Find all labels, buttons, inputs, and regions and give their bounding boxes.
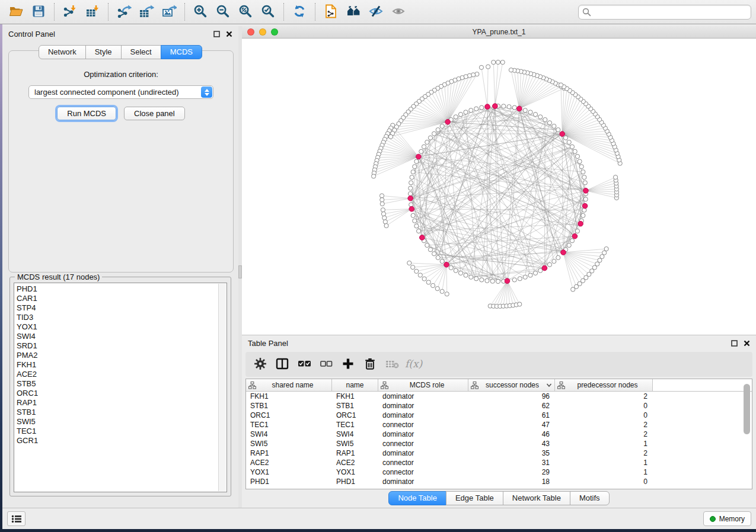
result-list-item[interactable]: GCR1 (17, 436, 227, 446)
table-tab-edge-table[interactable]: Edge Table (446, 491, 503, 505)
result-list-item[interactable]: YOX1 (17, 322, 227, 332)
table-scrollbar[interactable] (744, 384, 751, 484)
cell-successor-nodes[interactable]: 43 (468, 440, 555, 448)
criterion-select[interactable]: largest connected component (undirected) (28, 85, 213, 99)
cell-name[interactable]: TEC1 (332, 421, 378, 429)
result-list-item[interactable]: STB1 (17, 408, 227, 417)
memory-button[interactable]: Memory (703, 511, 751, 526)
cell-MCDS-role[interactable]: dominator (378, 411, 468, 419)
cell-shared-name[interactable]: YOX1 (246, 468, 332, 476)
cell-shared-name[interactable]: SWI4 (246, 430, 332, 438)
result-list-item[interactable]: TEC1 (17, 427, 227, 436)
network-canvas[interactable] (242, 39, 756, 334)
table-tab-node-table[interactable]: Node Table (388, 491, 446, 505)
close-panel-icon[interactable] (226, 31, 232, 37)
zoom-out-button[interactable] (212, 2, 234, 22)
cell-name[interactable]: RAP1 (332, 449, 378, 457)
table-row[interactable]: STB1STB1dominator620 (246, 401, 752, 411)
cell-name[interactable]: YOX1 (332, 468, 378, 476)
cell-shared-name[interactable]: PHD1 (246, 477, 332, 486)
cell-MCDS-role[interactable]: dominator (378, 477, 468, 486)
cell-MCDS-role[interactable]: dominator (378, 392, 468, 400)
import-network-button[interactable] (59, 2, 81, 22)
result-list-scrollbar[interactable] (218, 284, 226, 491)
table-row[interactable]: ACE2ACE2connector311 (246, 458, 752, 467)
cell-name[interactable]: ORC1 (332, 411, 378, 419)
cell-successor-nodes[interactable]: 18 (468, 477, 555, 486)
tab-select[interactable]: Select (121, 45, 161, 59)
cell-MCDS-role[interactable]: dominator (378, 449, 468, 457)
result-list-item[interactable]: ORC1 (17, 389, 227, 398)
cell-predecessor-nodes[interactable]: 1 (555, 440, 653, 448)
column-header-name[interactable]: name (332, 379, 378, 391)
cell-MCDS-role[interactable]: connector (378, 440, 468, 448)
cell-name[interactable]: STB1 (332, 402, 378, 410)
tab-network[interactable]: Network (39, 45, 86, 59)
run-mcds-button[interactable]: Run MCDS (57, 107, 116, 120)
delete-column-button[interactable] (361, 355, 379, 374)
cell-successor-nodes[interactable]: 31 (468, 459, 555, 467)
cell-shared-name[interactable]: SWI5 (246, 440, 332, 448)
result-list-item[interactable]: PHD1 (17, 284, 227, 294)
column-header-successor-nodes[interactable]: successor nodes (468, 379, 555, 391)
cell-successor-nodes[interactable]: 62 (468, 402, 555, 410)
cell-MCDS-role[interactable]: connector (378, 421, 468, 429)
cell-predecessor-nodes[interactable]: 1 (555, 468, 653, 476)
table-row[interactable]: TEC1TEC1connector472 (246, 420, 752, 430)
zoom-fit-button[interactable] (234, 2, 257, 22)
result-list-item[interactable]: CAR1 (17, 294, 227, 303)
cell-shared-name[interactable]: TEC1 (246, 421, 332, 429)
import-table-button[interactable] (81, 2, 104, 22)
table-tab-motifs[interactable]: Motifs (570, 491, 610, 505)
cell-name[interactable]: PHD1 (332, 477, 378, 486)
cell-predecessor-nodes[interactable]: 0 (555, 477, 653, 486)
cell-predecessor-nodes[interactable]: 1 (555, 459, 653, 467)
cell-predecessor-nodes[interactable]: 2 (555, 449, 653, 457)
add-column-button[interactable] (339, 355, 357, 374)
hide-selected-button[interactable] (365, 2, 387, 22)
unselect-all-button[interactable] (317, 355, 335, 374)
cell-name[interactable]: SWI4 (332, 430, 378, 438)
cell-shared-name[interactable]: ACE2 (246, 459, 332, 467)
zoom-selected-button[interactable] (257, 2, 279, 22)
table-row[interactable]: FKH1FKH1dominator962 (246, 392, 752, 401)
refresh-button[interactable] (288, 2, 311, 22)
column-header-predecessor-nodes[interactable]: predecessor nodes (555, 379, 653, 391)
table-row[interactable]: SWI5SWI5connector431 (246, 439, 752, 448)
cell-name[interactable]: FKH1 (332, 392, 378, 400)
tab-style[interactable]: Style (85, 45, 122, 59)
column-header-MCDS-role[interactable]: MCDS role (378, 379, 468, 391)
open-file-button[interactable] (5, 2, 27, 22)
float-table-panel-icon[interactable] (731, 340, 738, 347)
export-table-button[interactable] (135, 2, 158, 22)
cell-successor-nodes[interactable]: 61 (468, 411, 555, 419)
table-row[interactable]: PHD1PHD1dominator180 (246, 477, 752, 486)
cell-MCDS-role[interactable]: connector (378, 468, 468, 476)
result-list-item[interactable]: FKH1 (17, 360, 227, 370)
export-web-button[interactable] (320, 2, 342, 22)
cell-MCDS-role[interactable]: dominator (378, 430, 468, 438)
cell-MCDS-role[interactable]: dominator (378, 402, 468, 410)
table-row[interactable]: SWI4SWI4dominator462 (246, 430, 752, 439)
cell-shared-name[interactable]: RAP1 (246, 449, 332, 457)
float-panel-icon[interactable] (213, 31, 220, 37)
cell-shared-name[interactable]: STB1 (246, 402, 332, 410)
select-all-button[interactable] (295, 355, 313, 374)
cell-predecessor-nodes[interactable]: 0 (555, 402, 653, 410)
cell-successor-nodes[interactable]: 29 (468, 468, 555, 476)
result-list-item[interactable]: ACE2 (17, 370, 227, 379)
table-row[interactable]: RAP1RAP1dominator352 (246, 448, 752, 458)
sort-chevron-icon[interactable] (546, 383, 552, 387)
save-session-button[interactable] (27, 2, 50, 22)
cell-predecessor-nodes[interactable]: 2 (555, 392, 653, 400)
cell-successor-nodes[interactable]: 35 (468, 449, 555, 457)
result-list-item[interactable]: STB5 (17, 379, 227, 389)
search-input[interactable] (578, 5, 751, 20)
mcds-result-list[interactable]: PHD1CAR1STP4TID3YOX1SWI4SRD1PMA2FKH1ACE2… (14, 283, 227, 492)
overview-button[interactable] (342, 2, 365, 22)
export-image-button[interactable] (158, 2, 180, 22)
cell-successor-nodes[interactable]: 46 (468, 430, 555, 438)
result-list-item[interactable]: SWI4 (17, 332, 227, 341)
export-network-button[interactable] (113, 2, 135, 22)
zoom-in-button[interactable] (189, 2, 212, 22)
